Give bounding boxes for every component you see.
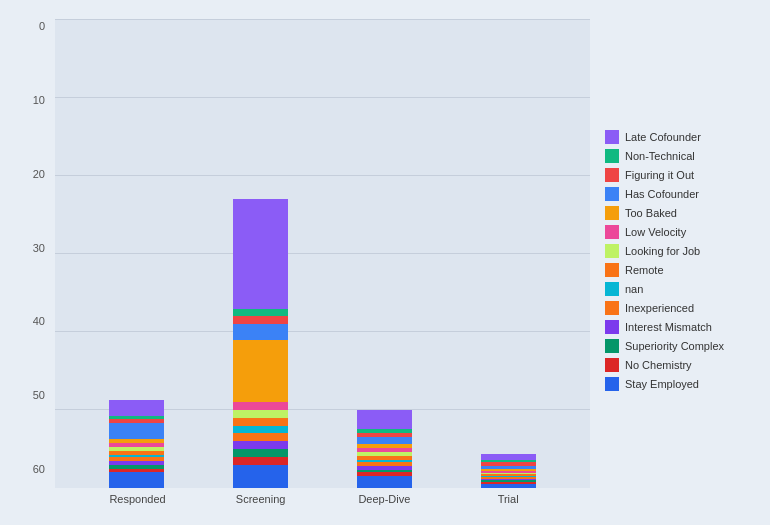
legend-color-remote [605,263,619,277]
bar-trial [481,454,536,488]
legend-item-interest-mismatch: Interest Mismatch [605,320,760,334]
bars-container [55,20,590,488]
bar-segment-interest-mismatch [233,441,288,449]
bar-segment-too-baked [233,340,288,402]
bar-segment-late-cofounder [109,400,164,416]
chart-container: 60 50 40 30 20 10 0 [0,0,770,525]
plot-area [55,20,590,488]
bar-segment-late-cofounder [357,410,412,429]
legend-label-text: No Chemistry [625,359,692,371]
legend-item-nan: nan [605,282,760,296]
bar-screening [233,199,288,488]
legend-color-no-chemistry [605,358,619,372]
legend-label-text: Interest Mismatch [625,321,712,333]
legend-item-non-technical: Non-Technical [605,149,760,163]
bar-segment-looking-for-job [233,410,288,418]
y-label-10: 10 [33,94,45,106]
legend-color-nan [605,282,619,296]
y-label-20: 20 [33,168,45,180]
y-label-40: 40 [33,315,45,327]
x-axis: Responded Screening Deep-Dive Trial [55,488,590,505]
y-label-30: 30 [33,242,45,254]
legend-color-looking-for-job [605,244,619,258]
bar-segment-remote [233,418,288,426]
legend-color-superiority-complex [605,339,619,353]
legend-label-text: Inexperienced [625,302,694,314]
chart-area: 60 50 40 30 20 10 0 [20,20,760,505]
legend-color-too-baked [605,206,619,220]
legend-color-low-velocity [605,225,619,239]
bar-segment-non-technical [233,309,288,317]
legend-label-text: Figuring it Out [625,169,694,181]
bar-responded [109,400,164,488]
legend-label-text: Too Baked [625,207,677,219]
legend-label-text: nan [625,283,643,295]
legend-item-has-cofounder: Has Cofounder [605,187,760,201]
legend-item-looking-for-job: Looking for Job [605,244,760,258]
legend-color-has-cofounder [605,187,619,201]
x-label-trial: Trial [481,493,536,505]
legend-item-stay-employed: Stay Employed [605,377,760,391]
y-label-60: 60 [33,463,45,475]
bar-segment-stay-employed [233,465,288,488]
bar-segment-has-cofounder [357,437,412,445]
legend-item-inexperienced: Inexperienced [605,301,760,315]
x-label-screening: Screening [233,493,288,505]
legend-color-interest-mismatch [605,320,619,334]
legend-item-superiority-complex: Superiority Complex [605,339,760,353]
legend-color-inexperienced [605,301,619,315]
legend-label-text: Non-Technical [625,150,695,162]
legend-label-text: Has Cofounder [625,188,699,200]
bar-segment-has-cofounder [233,324,288,340]
bar-segment-has-cofounder [109,423,164,439]
legend-label-text: Remote [625,264,664,276]
legend-label-text: Late Cofounder [625,131,701,143]
bar-segment-late-cofounder [233,199,288,308]
y-label-50: 50 [33,389,45,401]
bar-segment-stay-employed [109,472,164,488]
bar-segment-low-velocity [233,402,288,410]
legend-item-no-chemistry: No Chemistry [605,358,760,372]
plot-section: 60 50 40 30 20 10 0 [20,20,590,505]
bar-segment-inexperienced [233,433,288,441]
bar-segment-no-chemistry [233,457,288,465]
legend-label-text: Low Velocity [625,226,686,238]
legend: Late CofounderNon-TechnicalFiguring it O… [590,20,760,505]
legend-item-late-cofounder: Late Cofounder [605,130,760,144]
legend-item-low-velocity: Low Velocity [605,225,760,239]
bar-segment-nan [233,426,288,434]
bar-segment-superiority-complex [233,449,288,457]
bar-segment-stay-employed [481,484,536,488]
bar-segment-stay-employed [357,476,412,488]
legend-color-non-technical [605,149,619,163]
y-label-0: 0 [39,20,45,32]
legend-item-too-baked: Too Baked [605,206,760,220]
legend-color-stay-employed [605,377,619,391]
legend-item-remote: Remote [605,263,760,277]
bar-segment-figuring-it-out [233,316,288,324]
legend-color-figuring-it-out [605,168,619,182]
legend-label-text: Superiority Complex [625,340,724,352]
legend-color-late-cofounder [605,130,619,144]
y-axis: 60 50 40 30 20 10 0 [20,20,50,475]
bar-deepdive [357,410,412,488]
legend-label-text: Looking for Job [625,245,700,257]
legend-label-text: Stay Employed [625,378,699,390]
x-label-responded: Responded [109,493,164,505]
legend-item-figuring-it-out: Figuring it Out [605,168,760,182]
x-label-deepdive: Deep-Dive [357,493,412,505]
